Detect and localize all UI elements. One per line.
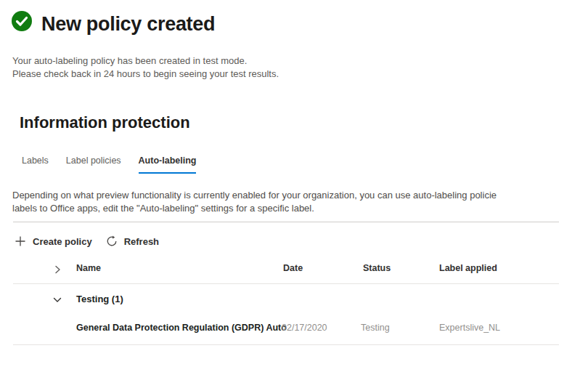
banner-title: New policy created — [41, 13, 215, 36]
refresh-icon — [106, 235, 118, 247]
toolbar-top-divider — [13, 222, 559, 222]
table-header-divider — [13, 283, 559, 284]
create-policy-button[interactable]: Create policy — [15, 235, 92, 247]
page-title: Information protection — [20, 113, 190, 132]
tab-labels[interactable]: Labels — [22, 155, 49, 174]
table-row[interactable]: General Data Protection Regulation (GDPR… — [0, 323, 588, 339]
refresh-button[interactable]: Refresh — [106, 235, 159, 247]
plus-icon — [15, 235, 26, 247]
column-header-name[interactable]: Name — [76, 263, 101, 273]
banner-message-line2: Please check back in 24 hours to begin s… — [12, 68, 279, 81]
column-header-date[interactable]: Date — [283, 263, 303, 273]
chevron-right-icon[interactable] — [52, 264, 62, 275]
section-description-line2: labels to Office apps, edit the "Auto-la… — [12, 202, 588, 215]
check-circle-icon — [11, 10, 33, 32]
banner-message: Your auto-labeling policy has been creat… — [12, 54, 279, 81]
policy-name-link[interactable]: General Data Protection Regulation (GDPR… — [76, 323, 287, 333]
refresh-label: Refresh — [124, 236, 159, 247]
table-group-row[interactable]: Testing (1) — [0, 294, 588, 310]
column-header-label-applied[interactable]: Label applied — [439, 263, 497, 273]
table-header-row: Name Date Status Label applied — [0, 263, 588, 279]
tab-auto-labeling[interactable]: Auto-labeling — [139, 155, 197, 174]
chevron-down-icon[interactable] — [52, 295, 62, 305]
command-bar: Create policy Refresh — [15, 233, 159, 250]
policy-label-applied: Expertslive_NL — [439, 323, 500, 333]
policy-date: 02/17/2020 — [282, 323, 327, 333]
policy-status: Testing — [361, 323, 390, 333]
tab-bar: Labels Label policies Auto-labeling — [22, 155, 196, 174]
section-description-line1: Depending on what preview functionality … — [12, 189, 588, 202]
create-policy-label: Create policy — [33, 236, 92, 247]
tab-label-policies[interactable]: Label policies — [66, 155, 121, 174]
section-description: Depending on what preview functionality … — [12, 189, 588, 215]
group-label: Testing (1) — [76, 294, 123, 304]
information-protection-page: { "banner": { "title": "New policy creat… — [0, 0, 588, 388]
column-header-status[interactable]: Status — [363, 263, 391, 273]
table-bottom-divider — [13, 344, 559, 345]
banner-message-line1: Your auto-labeling policy has been creat… — [12, 54, 279, 68]
